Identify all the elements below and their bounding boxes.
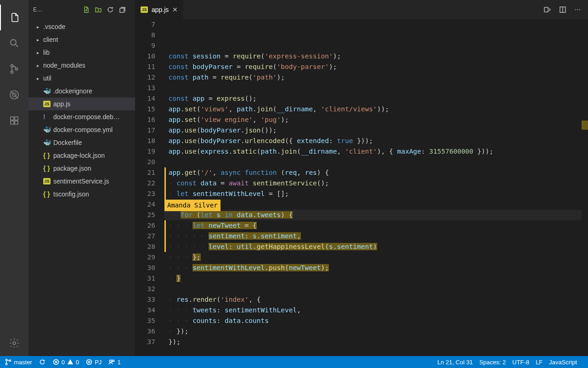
code-line[interactable] xyxy=(164,284,588,294)
code-line[interactable]: app.use(express.static(path.join(__dirna… xyxy=(164,146,588,157)
code-line[interactable]: app.get('/', async function (req, res) { xyxy=(164,167,588,178)
activity-search[interactable] xyxy=(0,30,28,56)
explorer-sidebar: E… ▸.vscode▸client▸lib▸node_modules▸util… xyxy=(28,0,135,356)
file-tree: ▸.vscode▸client▸lib▸node_modules▸util🐳.d… xyxy=(28,19,135,201)
status-spaces[interactable]: Spaces: 2 xyxy=(479,359,506,366)
explorer-title: E… xyxy=(33,6,83,13)
activity-bar xyxy=(0,0,28,356)
minimap[interactable] xyxy=(582,19,588,356)
new-folder-icon[interactable] xyxy=(95,6,107,13)
folder-lib[interactable]: ▸lib xyxy=(28,46,135,59)
status-branch[interactable]: master xyxy=(5,358,32,366)
code-line[interactable]: const session = require('express-session… xyxy=(164,51,588,62)
file-app-js[interactable]: JSapp.js xyxy=(28,98,135,110)
chevron-right-icon: ▸ xyxy=(37,63,43,68)
liveshare-author-label: Amanda Silver xyxy=(164,200,220,211)
file--dockerignore[interactable]: 🐳.dockerignore xyxy=(28,85,135,98)
activity-debug[interactable] xyxy=(0,82,28,108)
more-icon[interactable]: ⋯ xyxy=(575,6,581,13)
svg-point-18 xyxy=(87,360,92,365)
collapse-all-icon[interactable] xyxy=(119,6,130,13)
svg-point-10 xyxy=(13,342,16,345)
compare-changes-icon[interactable] xyxy=(543,6,551,13)
code-line[interactable]: const app = express(); xyxy=(164,93,588,104)
code-line[interactable]: · · · · · level: util.getHappinessLevel(… xyxy=(164,242,588,252)
folder-client[interactable]: ▸client xyxy=(28,33,135,46)
code-line[interactable]: app.use(bodyParser.json()); xyxy=(164,125,588,136)
status-encoding[interactable]: UTF-8 xyxy=(512,359,529,366)
new-file-icon[interactable] xyxy=(83,6,95,13)
svg-point-14 xyxy=(6,359,7,361)
js-icon: JS xyxy=(43,101,53,107)
code-line[interactable]: · res.render('index', { xyxy=(164,294,588,305)
file-docker-compose-yml[interactable]: 🐳docker-compose.yml xyxy=(28,123,135,136)
svg-rect-11 xyxy=(120,8,124,12)
docker-icon: 🐳 xyxy=(43,87,53,95)
code-line[interactable]: · let sentimentWithLevel = []; xyxy=(164,189,588,199)
svg-rect-12 xyxy=(544,7,548,12)
file-Dockerfile[interactable]: 🐳Dockerfile xyxy=(28,136,135,149)
code-line[interactable] xyxy=(164,347,588,356)
code-line[interactable] xyxy=(164,83,588,93)
svg-point-21 xyxy=(113,360,114,362)
close-icon[interactable]: ✕ xyxy=(172,6,178,13)
json-icon: { } xyxy=(43,165,53,172)
file-tsconfig-json[interactable]: { }tsconfig.json xyxy=(28,188,135,201)
code-content[interactable]: const session = require('express-session… xyxy=(164,19,588,356)
code-line[interactable]: }); xyxy=(164,337,588,347)
activity-source-control[interactable] xyxy=(0,56,28,82)
json-icon: { } xyxy=(43,190,53,198)
code-line[interactable]: const bodyParser = require('body-parser'… xyxy=(164,62,588,72)
split-editor-icon[interactable] xyxy=(559,6,566,13)
chevron-right-icon: ▸ xyxy=(37,24,43,29)
code-line[interactable]: · } xyxy=(164,273,588,284)
code-line[interactable]: · const data = await sentimentService(); xyxy=(164,178,588,189)
svg-rect-7 xyxy=(11,121,14,124)
status-bar: master 0 0 PJ 1 Ln 21, Col 31 Spaces: 2 … xyxy=(0,356,588,368)
status-problems[interactable]: 0 0 xyxy=(52,358,79,366)
status-live-share[interactable]: PJ xyxy=(85,358,102,366)
code-line[interactable]: app.set('views', path.join(__dirname, 'c… xyxy=(164,104,588,115)
file-docker-compose-deb-[interactable]: !docker-compose.deb… xyxy=(28,110,135,123)
svg-point-15 xyxy=(6,363,7,365)
status-sync[interactable] xyxy=(39,358,46,366)
svg-rect-8 xyxy=(15,121,18,124)
tab-app-js[interactable]: JS app.js ✕ xyxy=(135,0,184,19)
svg-rect-6 xyxy=(11,117,14,120)
code-editor[interactable]: 7891011121314151617181920212223242526272… xyxy=(135,19,588,356)
docker-icon: 🐳 xyxy=(43,126,53,133)
code-line[interactable]: · · · sentimentWithLevel.push(newTweet); xyxy=(164,263,588,273)
code-line[interactable] xyxy=(164,157,588,167)
line-gutter: 7891011121314151617181920212223242526272… xyxy=(135,19,164,356)
status-eol[interactable]: LF xyxy=(536,359,543,366)
folder-util[interactable]: ▸util xyxy=(28,72,135,85)
file-sentimentService-js[interactable]: JSsentimentService.js xyxy=(28,175,135,188)
code-line[interactable]: · · · · · sentiment: s.sentiment, xyxy=(164,231,588,242)
folder-node_modules[interactable]: ▸node_modules xyxy=(28,59,135,72)
code-line[interactable]: · · · counts: data.counts xyxy=(164,316,588,326)
code-line[interactable]: const path = require('path'); xyxy=(164,72,588,83)
chevron-right-icon: ▸ xyxy=(37,50,43,55)
code-line[interactable]: Amanda Silver · for (let s in data.tweet… xyxy=(164,210,588,220)
svg-point-1 xyxy=(11,65,13,67)
activity-extensions[interactable] xyxy=(0,108,28,133)
status-participants[interactable]: 1 xyxy=(108,358,120,366)
status-language[interactable]: JavaScript xyxy=(549,359,577,366)
code-line[interactable]: · xyxy=(164,199,588,210)
code-line[interactable]: app.set('view engine', 'pug'); xyxy=(164,115,588,125)
status-cursor[interactable]: Ln 21, Col 31 xyxy=(437,359,473,366)
tab-label: app.js xyxy=(152,6,169,13)
excl-icon: ! xyxy=(43,113,53,121)
chevron-right-icon: ▸ xyxy=(37,76,43,81)
code-line[interactable]: · · · let newTweet = { xyxy=(164,220,588,231)
file-package-lock-json[interactable]: { }package-lock.json xyxy=(28,149,135,162)
code-line[interactable]: · · · tweets: sentimentWithLevel, xyxy=(164,305,588,316)
code-line[interactable]: · · · }; xyxy=(164,252,588,263)
code-line[interactable]: · }); xyxy=(164,326,588,337)
activity-explorer[interactable] xyxy=(0,5,28,30)
refresh-icon[interactable] xyxy=(107,6,119,13)
file-package-json[interactable]: { }package.json xyxy=(28,162,135,175)
folder-.vscode[interactable]: ▸.vscode xyxy=(28,20,135,33)
activity-settings[interactable] xyxy=(0,330,28,356)
code-line[interactable]: app.use(bodyParser.urlencoded({ extended… xyxy=(164,136,588,146)
